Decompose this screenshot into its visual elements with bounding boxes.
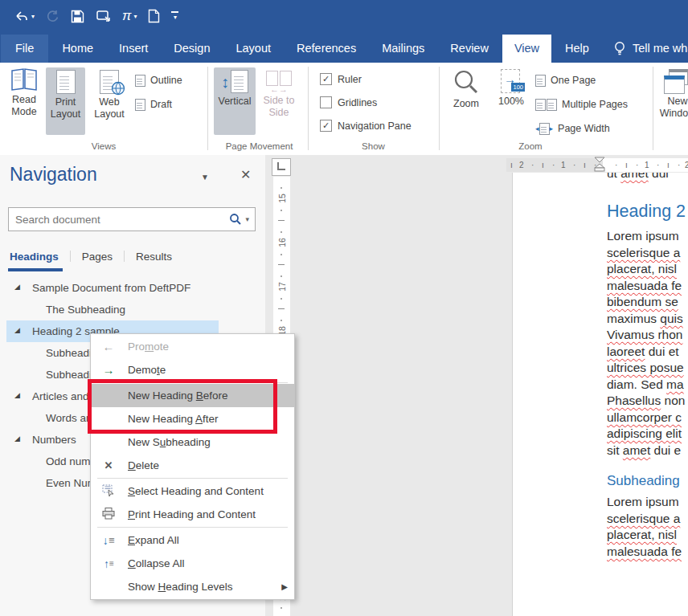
menu-item-demote[interactable]: →Demote (91, 358, 294, 381)
save-icon[interactable] (71, 10, 84, 23)
print-layout-button[interactable]: Print Layout (46, 67, 85, 135)
doc-text-line[interactable]: Lorem ipsum (607, 228, 685, 245)
doc-text-line[interactable]: sit amet dui e (607, 443, 685, 459)
tab-stop-selector[interactable] (272, 158, 291, 176)
tab-references[interactable]: References (285, 35, 368, 63)
tree-item-sample-document-from-deftpdf[interactable]: ◢Sample Document from DeftPDF (0, 277, 265, 299)
one-page-button[interactable]: One Page (535, 71, 596, 90)
doc-text-line[interactable]: placerat, nisl (607, 527, 682, 544)
search-dropdown-icon[interactable]: ▾ (245, 215, 249, 223)
menu-item-print-heading-and-content[interactable]: Print Heading and Content (91, 503, 294, 526)
doc-text-line[interactable]: maximus quis (607, 311, 685, 328)
doc-paragraph[interactable]: Lorem ipsumscelerisque aplacerat, nislma… (607, 494, 682, 560)
ruler-tick (281, 275, 282, 277)
tab-design[interactable]: Design (162, 35, 222, 63)
doc-text-line[interactable]: Vivamus rhon (607, 327, 685, 344)
collapse-triangle-icon[interactable]: ◢ (14, 434, 20, 443)
text-segment: amet (620, 173, 648, 180)
doc-text-line[interactable]: diam. Sed ma (607, 377, 685, 394)
menu-item-select-heading-and-content[interactable]: Select Heading and Content (91, 479, 294, 503)
doc-text-line[interactable]: bibendum se (607, 294, 685, 311)
equation-dropdown-icon[interactable]: ▾ (133, 13, 137, 20)
outline-button[interactable]: Outline (135, 71, 182, 90)
tab-results[interactable]: Results (125, 251, 183, 263)
read-mode-button[interactable]: Read Mode (5, 67, 43, 135)
menu-item-collapse-all[interactable]: ↑≡Collapse All (91, 552, 294, 575)
new-document-icon[interactable] (148, 9, 160, 23)
tab-layout[interactable]: Layout (223, 35, 283, 63)
web-layout-icon (100, 70, 119, 94)
text-segment: Vivamus rhon (607, 328, 682, 341)
tab-file[interactable]: File (1, 35, 48, 63)
tree-item-the-subheading[interactable]: The Subheading (0, 299, 265, 320)
ruler-tick (281, 607, 282, 609)
tab-insert[interactable]: Insert (107, 35, 160, 63)
doc-text-line[interactable]: laoreet dui et (607, 344, 685, 361)
checkbox-icon[interactable] (320, 96, 332, 108)
select-heading-icon (100, 483, 117, 499)
pane-close-icon[interactable]: ✕ (240, 167, 251, 182)
menu-item-new-subheading[interactable]: New Subheading (91, 430, 294, 454)
equation-icon[interactable]: π ▾ (122, 8, 137, 24)
menu-item-label: Print Heading and Content (128, 508, 256, 520)
tab-view[interactable]: View (502, 35, 551, 63)
doc-text-line[interactable]: malesuada fe (607, 544, 682, 561)
doc-text-line[interactable]: scelerisque a (607, 245, 685, 262)
zoom-100-button[interactable]: → 100 100% (490, 67, 532, 135)
doc-subheading[interactable]: Subheading (607, 473, 680, 489)
collapse-triangle-icon[interactable]: ◢ (14, 283, 20, 291)
customize-qat-icon[interactable]: ▾ (171, 11, 178, 21)
draft-button[interactable]: Draft (135, 95, 172, 114)
doc-text-line[interactable]: Lorem ipsum (607, 494, 682, 511)
search-icon[interactable] (229, 213, 242, 226)
pane-options-icon[interactable]: ▼ (201, 173, 209, 182)
doc-heading-2[interactable]: Heading 2 sample (607, 202, 688, 222)
search-input[interactable] (9, 214, 229, 226)
checkbox-icon[interactable]: ✓ (320, 73, 332, 85)
menu-item-show-heading-levels[interactable]: Show Heading Levels▶ (91, 575, 294, 598)
document-page[interactable]: ut amet dui Heading 2 sample Lorem ipsum… (512, 173, 688, 616)
page-width-button[interactable]: ◂▸ Page Width (535, 119, 610, 138)
tab-mailings[interactable]: Mailings (370, 35, 436, 63)
tell-me-box[interactable]: Tell me what (613, 40, 688, 63)
collapse-triangle-icon[interactable]: ◢ (14, 326, 20, 334)
doc-text-line[interactable]: malesuada fe (607, 278, 685, 295)
doc-text-line[interactable]: scelerisque a (607, 511, 682, 528)
indent-markers[interactable] (593, 157, 606, 172)
web-layout-button[interactable]: Web Layout (88, 67, 131, 135)
touch-mode-icon[interactable] (96, 10, 111, 23)
undo-dropdown-icon[interactable]: ▾ (31, 13, 35, 20)
text-segment: adipiscing elit (607, 426, 682, 440)
menu-item-promote: ←Promote (91, 335, 294, 358)
menu-item-label: Select Heading and Content (128, 485, 264, 497)
tab-help[interactable]: Help (553, 35, 601, 63)
checkbox-ruler[interactable]: ✓Ruler (320, 73, 362, 85)
ruler-number: 16 (277, 235, 287, 251)
menu-item-new-heading-before[interactable]: New Heading Before (91, 384, 294, 407)
menu-item-delete[interactable]: ✕Delete (91, 454, 294, 477)
doc-text-line[interactable]: ultrices posue (607, 360, 685, 377)
new-window-button[interactable]: NewWindow (648, 67, 688, 135)
menu-item-expand-all[interactable]: ↓≣Expand All (91, 528, 294, 552)
zoom-button[interactable]: Zoom (444, 67, 489, 135)
menu-item-new-heading-after[interactable]: New Heading After (91, 407, 294, 430)
collapse-triangle-icon[interactable]: ◢ (14, 391, 20, 399)
vertical-button[interactable]: ↕ Vertical (214, 67, 256, 135)
checkbox-icon[interactable]: ✓ (320, 120, 332, 132)
tab-review[interactable]: Review (438, 35, 501, 63)
tab-headings[interactable]: Headings (0, 251, 70, 263)
doc-text-line[interactable]: ullamcorper c (607, 410, 685, 426)
multiple-pages-button[interactable]: Multiple Pages (535, 95, 628, 114)
doc-paragraph[interactable]: Lorem ipsumscelerisque aplacerat, nislma… (607, 228, 685, 459)
ruler-tick (281, 187, 282, 189)
doc-text-line[interactable]: adipiscing elit (607, 426, 685, 443)
tab-home[interactable]: Home (50, 35, 105, 63)
clipped-text-line[interactable]: ut amet dui (607, 173, 688, 183)
doc-text-line[interactable]: Phasellus non (607, 393, 685, 410)
checkbox-gridlines[interactable]: Gridlines (320, 96, 377, 108)
checkbox-navigation-pane[interactable]: ✓Navigation Pane (320, 120, 412, 132)
text-segment: scelerisque a (607, 512, 680, 525)
undo-icon[interactable]: ▾ (14, 10, 35, 22)
tab-pages[interactable]: Pages (71, 251, 124, 263)
doc-text-line[interactable]: placerat, nisl (607, 261, 685, 278)
